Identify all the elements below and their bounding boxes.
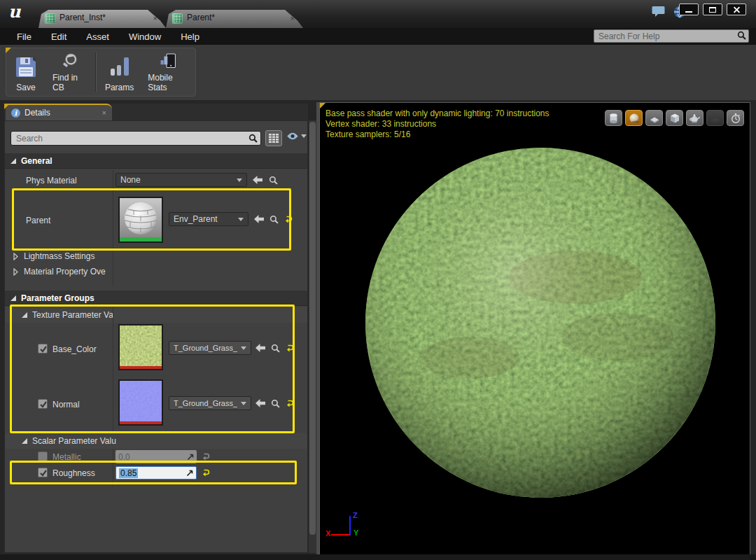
unreal-logo-icon: u xyxy=(8,1,20,22)
scalar-parameter-group[interactable]: Scalar Parameter Valu xyxy=(5,433,307,449)
browse-icon[interactable] xyxy=(270,215,279,224)
roughness-label: Roughness xyxy=(52,468,95,478)
section-parameter-groups[interactable]: Parameter Groups xyxy=(5,290,307,306)
shape-cube-button[interactable] xyxy=(666,110,683,126)
base-color-value: T_Ground_Grass_D xyxy=(174,344,237,352)
menu-asset[interactable]: Asset xyxy=(78,29,118,44)
material-instance-editor-window: u Parent_Inst* × Parent* × xyxy=(0,0,756,560)
roughness-value-field[interactable]: 0.85 xyxy=(115,466,197,479)
material-property-overrides-row[interactable]: Material Property Ove xyxy=(13,267,106,276)
grid-icon xyxy=(269,134,279,143)
menu-window[interactable]: Window xyxy=(120,29,169,44)
texture-parameter-group[interactable]: Texture Parameter Va xyxy=(5,307,307,323)
reset-to-default-icon[interactable] xyxy=(286,344,294,352)
magnifier-icon xyxy=(57,52,83,70)
preview-sphere xyxy=(344,127,736,519)
section-label: General xyxy=(21,156,52,166)
normal-checkbox[interactable] xyxy=(38,399,48,409)
reset-to-default-icon[interactable] xyxy=(202,452,210,461)
details-tab-label: Details xyxy=(24,108,50,118)
property-matrix-button[interactable] xyxy=(265,130,282,146)
cylinder-icon xyxy=(608,113,619,124)
metallic-value-field[interactable]: 0.0 xyxy=(115,450,197,463)
mobile-stats-button[interactable]: Mobile Stats xyxy=(141,48,195,96)
scrollbar-thumb[interactable] xyxy=(309,122,316,535)
parent-material-thumbnail[interactable] xyxy=(118,197,163,243)
tab-close-icon[interactable]: × xyxy=(290,14,295,22)
browse-icon[interactable] xyxy=(271,399,280,408)
roughness-value: 0.85 xyxy=(119,468,138,478)
material-instance-icon xyxy=(45,13,55,24)
reset-to-default-icon[interactable] xyxy=(286,399,294,407)
menu-edit[interactable]: Edit xyxy=(43,29,75,44)
reset-to-default-icon[interactable] xyxy=(202,468,210,477)
shape-custom-mesh-button[interactable] xyxy=(706,110,724,126)
search-icon xyxy=(248,134,258,143)
active-tab-corner xyxy=(320,103,326,108)
teapot-icon xyxy=(689,113,701,124)
realtime-preview-button[interactable] xyxy=(727,110,744,126)
normal-value: T_Ground_Grass_N xyxy=(174,399,237,407)
base-color-texture-dropdown[interactable]: T_Ground_Grass_D xyxy=(169,341,251,355)
find-in-cb-button[interactable]: Find in CB xyxy=(46,48,94,96)
details-close-icon[interactable]: × xyxy=(102,108,106,117)
cube-icon xyxy=(669,113,680,124)
details-search-input[interactable] xyxy=(10,131,261,146)
use-selected-arrow-icon[interactable] xyxy=(254,215,264,223)
search-icon xyxy=(737,31,746,40)
active-tab-corner xyxy=(6,48,11,53)
normal-texture-dropdown[interactable]: T_Ground_Grass_N xyxy=(169,396,251,410)
reset-to-default-icon[interactable] xyxy=(284,215,293,223)
params-button[interactable]: Params xyxy=(98,48,141,96)
shape-teapot-button[interactable] xyxy=(686,110,704,126)
chevron-down-icon xyxy=(241,402,246,405)
phone-icon xyxy=(155,52,181,70)
close-button[interactable] xyxy=(727,4,746,15)
z-axis-line xyxy=(349,516,351,535)
eye-icon xyxy=(286,132,299,140)
base-color-label: Base_Color xyxy=(52,344,97,354)
save-button[interactable]: Save xyxy=(6,48,46,96)
chevron-down-icon xyxy=(238,218,244,221)
roughness-checkbox[interactable] xyxy=(38,468,48,477)
expanded-arrow-icon xyxy=(22,438,27,444)
menu-help[interactable]: Help xyxy=(172,29,208,44)
base-color-texture-thumbnail[interactable] xyxy=(118,324,163,370)
window-right-edge xyxy=(750,102,756,554)
preview-viewport[interactable]: Base pass shader with only dynamic light… xyxy=(319,102,750,556)
tab-parent-inst[interactable]: Parent_Inst* × xyxy=(38,10,166,28)
phys-material-dropdown[interactable]: None xyxy=(115,173,247,187)
save-label: Save xyxy=(16,83,35,92)
chat-bubble-icon[interactable] xyxy=(652,6,665,18)
shape-plane-button[interactable] xyxy=(645,110,663,126)
base-color-checkbox[interactable] xyxy=(38,344,48,354)
expanded-arrow-icon xyxy=(22,312,27,318)
metallic-checkbox[interactable] xyxy=(38,451,48,461)
maximize-button[interactable] xyxy=(703,4,722,15)
view-options-button[interactable] xyxy=(286,132,307,140)
shape-cylinder-button[interactable] xyxy=(605,110,622,126)
active-tab-corner xyxy=(4,104,10,109)
use-selected-arrow-icon[interactable] xyxy=(255,399,265,407)
minimize-button[interactable] xyxy=(679,4,699,15)
metallic-label: Metallic xyxy=(52,452,81,462)
use-selected-arrow-icon[interactable] xyxy=(253,176,262,184)
section-general[interactable]: General xyxy=(5,153,307,169)
browse-icon[interactable] xyxy=(271,344,280,353)
use-selected-arrow-icon[interactable] xyxy=(255,344,265,352)
lightmass-settings-row[interactable]: Lightmass Settings xyxy=(13,251,94,261)
menu-file[interactable]: File xyxy=(8,29,40,44)
tab-close-icon[interactable]: × xyxy=(153,14,158,22)
group-label: Texture Parameter Va xyxy=(32,310,113,320)
parent-dropdown[interactable]: Env_Parent xyxy=(169,212,248,226)
viewport-shape-toolbar xyxy=(605,110,744,126)
browse-icon[interactable] xyxy=(269,176,278,185)
help-search-input[interactable] xyxy=(594,29,749,43)
chevron-down-icon xyxy=(301,134,307,138)
tab-details[interactable]: i Details × xyxy=(6,104,112,120)
shape-sphere-button[interactable] xyxy=(625,110,643,126)
normal-texture-thumbnail[interactable] xyxy=(118,379,163,426)
normal-label: Normal xyxy=(52,400,80,410)
tab-parent[interactable]: Parent* × xyxy=(166,10,303,28)
details-scrollbar[interactable] xyxy=(309,120,316,553)
